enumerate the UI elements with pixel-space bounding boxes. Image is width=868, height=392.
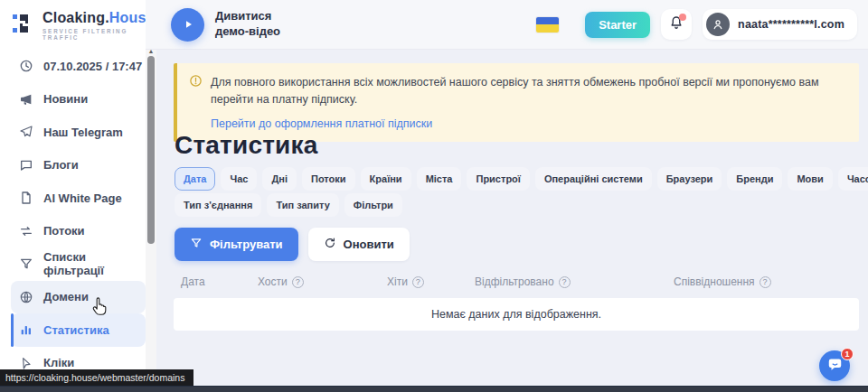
sidebar-item-blogs[interactable]: Блоги — [11, 149, 146, 182]
globe-icon — [19, 290, 33, 304]
warning-icon — [189, 74, 203, 91]
demo-video-label: Дивитися демо-відео — [215, 9, 280, 40]
sidebar-item-label: Потоки — [43, 224, 85, 238]
sidebar-item-label: Списки фільтрації — [43, 250, 146, 277]
window-bottom-edge — [0, 386, 868, 392]
help-icon[interactable]: ? — [292, 276, 304, 288]
user-account-button[interactable]: naata**********l.com — [703, 9, 857, 40]
statistics-tabs: Дата Час Дні Потоки Країни Міста Пристро… — [175, 167, 868, 217]
ukraine-flag-icon[interactable] — [536, 17, 559, 33]
tab-languages[interactable]: Мови — [788, 167, 832, 191]
logo-tagline: SERVICE FILTERING TRAFFIC — [42, 28, 155, 41]
tab-cities[interactable]: Міста — [417, 167, 462, 191]
column-ratio: Співвідношення ? — [674, 275, 859, 288]
chat-bubble-icon — [826, 356, 844, 377]
tab-brands[interactable]: Бренди — [727, 167, 782, 191]
column-filtered: Відфільтровано ? — [475, 275, 674, 288]
sidebar-item-news[interactable]: Новини — [11, 83, 146, 117]
sidebar-item-domains[interactable]: Домени — [11, 281, 146, 314]
help-icon[interactable]: ? — [559, 276, 571, 288]
logo[interactable]: Cloaking.House SERVICE FILTERING TRAFFIC — [0, 0, 146, 50]
tab-timezone[interactable]: Часовий пояс — [838, 167, 868, 191]
help-icon[interactable]: ? — [760, 276, 771, 288]
sidebar-item-label: Наш Telegram — [43, 126, 123, 139]
sidebar-datetime: 07.10.2025 / 17:47 — [11, 50, 146, 83]
filter-button[interactable]: Фільтрувати — [175, 228, 298, 261]
refresh-button[interactable]: Оновити — [308, 228, 410, 261]
banner-text: Для повного використання всіх можливосте… — [211, 74, 844, 108]
tab-countries[interactable]: Країни — [361, 167, 411, 191]
user-email: naata**********l.com — [738, 18, 844, 31]
plan-badge[interactable]: Starter — [585, 12, 650, 38]
help-icon[interactable]: ? — [412, 276, 424, 288]
subscribe-link[interactable]: Перейти до оформлення платної підписки — [211, 117, 432, 130]
tab-operating-systems[interactable]: Операційні системи — [535, 167, 652, 191]
table-header: Дата Хости ? Хіти ? Відфільтровано ? Спі… — [174, 275, 859, 288]
refresh-icon — [324, 237, 336, 252]
sidebar-item-filter-lists[interactable]: Списки фільтрації — [11, 247, 146, 281]
notifications-button[interactable] — [661, 9, 692, 40]
funnel-icon — [19, 257, 33, 271]
sidebar-nav: 07.10.2025 / 17:47 Новини Наш Telegram Б… — [0, 50, 146, 379]
tab-filters[interactable]: Фільтри — [344, 193, 402, 217]
main-content: Для повного використання всіх можливосте… — [156, 50, 868, 386]
column-date: Дата — [181, 275, 258, 288]
tab-browsers[interactable]: Браузери — [657, 167, 722, 191]
tab-request-type[interactable]: Тип запиту — [267, 193, 338, 217]
trial-warning-banner: Для повного використання всіх можливосте… — [174, 63, 859, 142]
column-hits: Хіти ? — [387, 275, 475, 288]
sidebar-item-label: Кліки — [43, 356, 74, 369]
sidebar-datetime-label: 07.10.2025 / 17:47 — [43, 60, 142, 73]
paper-plane-icon — [19, 125, 33, 139]
sidebar-item-label: Домени — [43, 290, 89, 303]
link-preview-statusbar: https://cloaking.house/webmaster/domains — [0, 369, 193, 386]
cloaking-house-logo-icon — [12, 12, 35, 39]
toolbar: Фільтрувати Оновити — [175, 228, 410, 261]
scrollbar-thumb[interactable] — [147, 56, 155, 244]
sidebar-item-statistics[interactable]: Статистика — [11, 313, 146, 347]
tab-flows[interactable]: Потоки — [302, 167, 355, 191]
play-icon[interactable] — [171, 8, 204, 42]
sidebar-item-label: Статистика — [43, 323, 109, 337]
sidebar-item-label: AI White Page — [43, 191, 122, 205]
page-icon — [19, 191, 33, 205]
swap-arrows-icon — [19, 224, 33, 238]
clock-icon — [19, 59, 33, 73]
logo-text: Cloaking.House — [42, 10, 155, 26]
chat-unread-badge: 1 — [841, 348, 854, 360]
notification-dot — [679, 14, 686, 21]
tab-time[interactable]: Час — [221, 167, 257, 191]
cursor-icon — [19, 356, 33, 370]
sidebar-item-label: Новини — [43, 92, 88, 106]
funnel-icon — [190, 237, 203, 252]
sidebar-item-label: Блоги — [43, 158, 79, 172]
demo-video-button[interactable]: Дивитися демо-відео — [171, 8, 280, 42]
bar-chart-icon — [19, 322, 33, 337]
sidebar: Cloaking.House SERVICE FILTERING TRAFFIC… — [0, 0, 146, 392]
page-title: Статистика — [175, 131, 318, 160]
sidebar-item-flows[interactable]: Потоки — [11, 215, 146, 248]
topbar: Дивитися демо-відео Starter naata*******… — [146, 0, 868, 50]
chat-bubble-icon — [19, 158, 33, 173]
chat-widget-button[interactable]: 1 — [819, 350, 850, 381]
sidebar-scrollbar[interactable]: ▲ ▼ — [146, 45, 156, 392]
tab-days[interactable]: Дні — [262, 167, 297, 191]
megaphone-icon — [19, 92, 33, 107]
tab-date[interactable]: Дата — [175, 167, 215, 191]
tab-devices[interactable]: Пристрої — [467, 167, 529, 191]
sidebar-item-ai-white-page[interactable]: AI White Page — [11, 182, 146, 215]
tab-connection-type[interactable]: Тип з'єднання — [175, 193, 261, 217]
column-hosts: Хости ? — [258, 275, 387, 288]
avatar — [706, 13, 730, 36]
sidebar-item-telegram[interactable]: Наш Telegram — [11, 116, 146, 149]
table-empty-state: Немає даних для відображення. — [174, 298, 859, 331]
